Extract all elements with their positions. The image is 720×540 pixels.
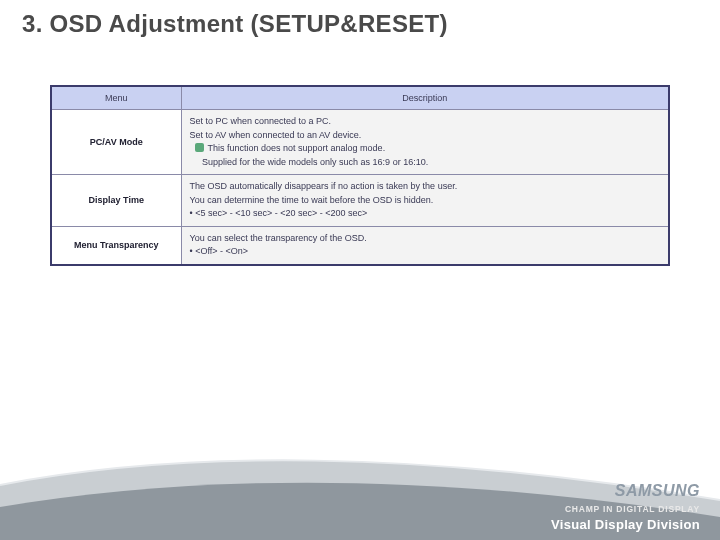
desc-line: You can determine the time to wait befor… bbox=[190, 195, 434, 205]
desc-line: Set to AV when connected to an AV device… bbox=[190, 130, 362, 140]
page-title: 3. OSD Adjustment (SETUP&RESET) bbox=[22, 10, 448, 38]
th-desc: Description bbox=[181, 86, 669, 110]
desc-cell-transparency: You can select the transparency of the O… bbox=[181, 226, 669, 265]
desc-line: • <Off> - <On> bbox=[190, 246, 249, 256]
desc-cell-pcav: Set to PC when connected to a PC. Set to… bbox=[181, 110, 669, 175]
desc-line: This function does not support analog mo… bbox=[208, 143, 386, 153]
desc-line: The OSD automatically disappears if no a… bbox=[190, 181, 458, 191]
desc-line: You can select the transparency of the O… bbox=[190, 233, 367, 243]
menu-cell-display-time: Display Time bbox=[51, 175, 181, 227]
footer-tagline: CHAMP IN DIGITAL DISPLAY bbox=[565, 504, 700, 514]
table-row: Display Time The OSD automatically disap… bbox=[51, 175, 669, 227]
footer-division: Visual Display Division bbox=[551, 517, 700, 532]
brand-logo: SAMSUNG bbox=[615, 482, 700, 500]
desc-line: • <5 sec> - <10 sec> - <20 sec> - <200 s… bbox=[190, 208, 368, 218]
note-icon bbox=[195, 143, 204, 152]
table-row: Menu Transparency You can select the tra… bbox=[51, 226, 669, 265]
desc-line: Set to PC when connected to a PC. bbox=[190, 116, 332, 126]
desc-line: Supplied for the wide models only such a… bbox=[202, 157, 428, 167]
menu-cell-pcav: PC/AV Mode bbox=[51, 110, 181, 175]
desc-cell-display-time: The OSD automatically disappears if no a… bbox=[181, 175, 669, 227]
th-menu: Menu bbox=[51, 86, 181, 110]
osd-table: Menu Description PC/AV Mode Set to PC wh… bbox=[50, 85, 670, 266]
menu-cell-transparency: Menu Transparency bbox=[51, 226, 181, 265]
table-row: PC/AV Mode Set to PC when connected to a… bbox=[51, 110, 669, 175]
footer: SAMSUNG CHAMP IN DIGITAL DISPLAY Visual … bbox=[0, 445, 720, 540]
